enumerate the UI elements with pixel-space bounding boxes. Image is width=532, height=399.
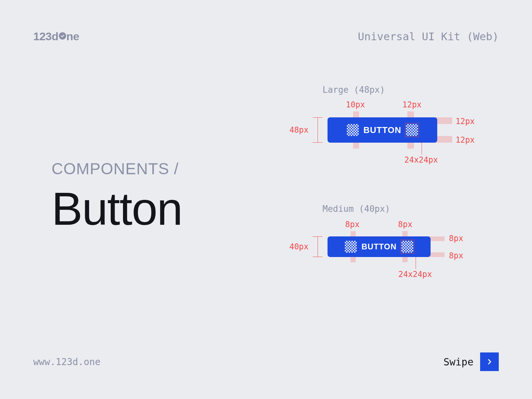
height-bracket: 48px <box>289 117 323 143</box>
spec-medium-frame: 40px BUTTON 8px 8px 8px 8px 24x24px <box>289 220 495 280</box>
dim-icon-size: 24x24px <box>398 270 432 279</box>
button-specs: Large (48px) 48px BUTTON 10px 12px 12px … <box>289 85 495 323</box>
chevron-right-icon <box>486 358 493 365</box>
breadcrumb: COMPONENTS / <box>52 160 182 178</box>
dim-pad-bottom: 12px <box>456 135 475 145</box>
height-value: 48px <box>289 125 309 135</box>
leader-line <box>416 257 416 269</box>
placeholder-icon <box>406 124 418 136</box>
swipe-next-button[interactable] <box>480 352 499 371</box>
dim-gap-left: 8px <box>345 220 359 229</box>
header: 123d ne Universal UI Kit (Web) <box>33 30 499 43</box>
spec-large-frame: 48px BUTTON 10px 12px 12px 12px 24x24px <box>289 101 495 161</box>
dim-pad-top: 12px <box>456 117 475 126</box>
placeholder-icon <box>345 241 357 253</box>
placeholder-icon <box>401 241 413 253</box>
dim-pad-bottom: 8px <box>449 251 463 260</box>
dim-pad-top: 8px <box>449 234 463 243</box>
spec-medium: Medium (40px) 40px BUTTON 8px 8px 8px 8p… <box>289 204 495 280</box>
site-url: www.123d.one <box>33 356 100 367</box>
dim-gap-left: 10px <box>346 100 365 109</box>
logo-text-suffix: ne <box>66 30 79 43</box>
button-large[interactable]: BUTTON <box>328 117 437 143</box>
button-medium[interactable]: BUTTON <box>328 236 431 257</box>
dim-icon-size: 24x24px <box>404 155 438 165</box>
spec-large-label: Large (48px) <box>323 85 495 95</box>
title-block: COMPONENTS / Button <box>52 160 182 236</box>
leader-line <box>422 143 422 155</box>
brand-logo: 123d ne <box>33 30 79 43</box>
dim-gap-right: 12px <box>402 100 422 109</box>
page-title: Button <box>52 182 182 236</box>
button-label: BUTTON <box>361 242 397 251</box>
button-label: BUTTON <box>363 125 401 135</box>
swipe-control: Swipe <box>444 352 499 371</box>
bracket-icon <box>313 117 323 143</box>
swipe-label: Swipe <box>444 356 473 368</box>
dim-gap-right: 8px <box>398 220 412 229</box>
bracket-icon <box>313 236 323 257</box>
kit-name: Universal UI Kit (Web) <box>358 30 499 43</box>
footer: www.123d.one Swipe <box>33 352 499 371</box>
placeholder-icon <box>347 124 359 136</box>
height-value: 40px <box>289 242 309 251</box>
spec-medium-label: Medium (40px) <box>323 204 495 214</box>
spec-large: Large (48px) 48px BUTTON 10px 12px 12px … <box>289 85 495 161</box>
height-bracket: 40px <box>289 236 323 257</box>
logo-text-prefix: 123d <box>33 30 59 43</box>
check-icon <box>59 32 66 40</box>
